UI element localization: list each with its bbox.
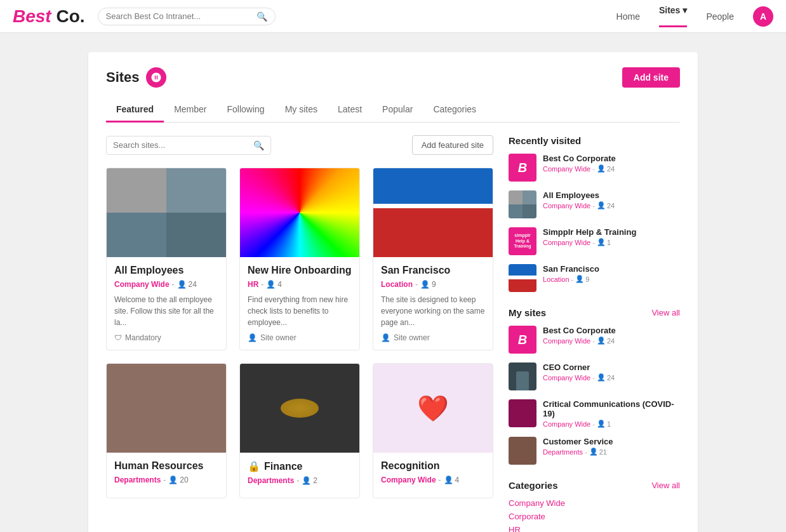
sites-title-area: Sites [106, 67, 166, 88]
site-thumb-b: B [509, 326, 536, 354]
sites-badge-icon [146, 67, 166, 88]
nav-sites[interactable]: Sites ▾ [659, 5, 687, 27]
site-card-footer: 🛡 Mandatory [114, 333, 218, 342]
site-card-title: Human Resources [114, 460, 218, 472]
logo[interactable]: Best Co. [13, 6, 85, 27]
main-layout: 🔍 Add featured site [106, 135, 680, 532]
tab-categories[interactable]: Categories [423, 98, 486, 123]
site-card-category: Location [381, 280, 413, 289]
nav-people[interactable]: People [706, 11, 734, 22]
logo-best: Best [13, 6, 51, 27]
person-icon: 👤 [597, 164, 606, 173]
site-thumb-b: B [509, 154, 536, 182]
site-thumb-ceo [509, 362, 536, 390]
add-featured-button[interactable]: Add featured site [412, 135, 493, 155]
sidebar-item-category: Company Wide [543, 374, 590, 382]
my-sites-section: My sites View all B Best Co Corporate Co… [509, 307, 680, 465]
site-card-finance[interactable]: 🔒 Finance Departments - 👤 2 [239, 363, 360, 498]
sites-search-bar[interactable]: 🔍 [106, 136, 271, 155]
site-card-new-hire[interactable]: New Hire Onboarding HR - 👤 4 Find everyt… [239, 168, 360, 350]
sidebar-item-content: Best Co Corporate Company Wide - 👤 24 [543, 154, 680, 173]
person-icon: 👤 [302, 476, 311, 485]
site-card-body: 🔒 Finance Departments - 👤 2 [240, 453, 359, 498]
sidebar-item-content: Best Co Corporate Company Wide - 👤 24 [543, 326, 680, 345]
nav-home[interactable]: Home [616, 11, 640, 22]
category-link-company-wide[interactable]: Company Wide [509, 498, 680, 508]
sidebar-item-title: CEO Corner [543, 362, 680, 372]
site-card-meta: Location - 👤 9 [381, 280, 485, 289]
tab-following[interactable]: Following [216, 98, 274, 123]
categories-header: Categories View all [509, 480, 680, 491]
site-card-image [107, 168, 226, 257]
person-icon: 👤 [597, 420, 606, 428]
sidebar-item-content: Customer Service Departments - 👤 21 [543, 437, 680, 456]
person-icon: 👤 [597, 373, 606, 382]
recently-visited-section: Recently visited B Best Co Corporate Com… [509, 135, 680, 292]
person-circle-icon: 👤 [248, 333, 257, 342]
site-card-footer: 👤 Site owner [381, 333, 485, 342]
categories-title: Categories [509, 480, 558, 491]
site-card-image [240, 364, 359, 453]
site-card-category: Company Wide [381, 475, 436, 484]
sidebar-item-meta: Company Wide - 👤 1 [543, 238, 680, 246]
categories-view-all[interactable]: View all [651, 481, 680, 490]
site-card-meta: Company Wide - 👤 4 [381, 475, 485, 484]
my-sites-item[interactable]: CEO Corner Company Wide - 👤 24 [509, 362, 680, 390]
recently-visited-item[interactable]: simpplrHelp & Training Simpplr Help & Tr… [509, 227, 680, 255]
site-card-body: Recognition Company Wide - 👤 4 [373, 453, 493, 497]
tab-latest[interactable]: Latest [328, 98, 372, 123]
site-card-meta: Departments - 👤 2 [248, 476, 352, 485]
sidebar-item-meta: Departments - 👤 21 [543, 448, 680, 456]
site-thumb-san-francisco [509, 264, 536, 292]
sidebar-item-meta: Company Wide - 👤 24 [543, 164, 680, 173]
site-card-title: Recognition [381, 460, 485, 472]
person-circle-icon: 👤 [381, 333, 390, 342]
my-sites-header: My sites View all [509, 307, 680, 318]
sidebar-item-count: 👤 24 [597, 201, 615, 209]
lock-icon: 🔒 [248, 460, 260, 472]
sites-header: Sites Add site [106, 67, 680, 88]
sidebar-item-content: Critical Communications (COVID-19) Compa… [543, 399, 680, 428]
add-site-button[interactable]: Add site [622, 67, 680, 88]
tab-member[interactable]: Member [164, 98, 216, 123]
sidebar-item-category: Company Wide [543, 420, 590, 428]
tab-featured[interactable]: Featured [106, 98, 164, 123]
tab-my-sites[interactable]: My sites [275, 98, 328, 123]
my-sites-item[interactable]: Customer Service Departments - 👤 21 [509, 437, 680, 465]
site-card-san-francisco[interactable]: San Francisco Location - 👤 9 The site is… [373, 168, 493, 350]
person-icon: 👤 [444, 475, 453, 484]
shield-icon: 🛡 [114, 333, 122, 342]
my-sites-item[interactable]: Critical Communications (COVID-19) Compa… [509, 399, 680, 428]
sites-grid: All Employees Company Wide - 👤 24 Welcom… [106, 168, 493, 498]
site-card-body: San Francisco Location - 👤 9 The site is… [373, 257, 493, 350]
site-card-recognition[interactable]: ❤️ Recognition Company Wide - 👤 4 [373, 363, 493, 498]
sidebar-item-category: Company Wide [543, 239, 590, 246]
site-card-all-employees[interactable]: All Employees Company Wide - 👤 24 Welcom… [106, 168, 227, 350]
sidebar-item-title: Simpplr Help & Training [543, 227, 680, 237]
site-card-title: 🔒 Finance [248, 460, 352, 472]
recently-visited-item[interactable]: All Employees Company Wide - 👤 24 [509, 190, 680, 218]
sites-main: 🔍 Add featured site [106, 135, 493, 532]
recently-visited-item[interactable]: B Best Co Corporate Company Wide - 👤 24 [509, 154, 680, 182]
sidebar-item-content: All Employees Company Wide - 👤 24 [543, 190, 680, 209]
site-card-human-resources[interactable]: Human Resources Departments - 👤 20 [106, 363, 227, 498]
site-card-members: 👤 9 [420, 280, 436, 289]
sidebar-item-meta: Company Wide - 👤 24 [543, 201, 680, 209]
global-search-input[interactable] [106, 11, 256, 21]
my-sites-item[interactable]: B Best Co Corporate Company Wide - 👤 24 [509, 326, 680, 354]
category-link-hr[interactable]: HR [509, 525, 680, 532]
recently-visited-header: Recently visited [509, 135, 680, 146]
recently-visited-title: Recently visited [509, 135, 581, 146]
site-card-title: New Hire Onboarding [248, 265, 352, 276]
sites-search-input[interactable] [113, 140, 253, 150]
tab-popular[interactable]: Popular [372, 98, 423, 123]
my-sites-view-all[interactable]: View all [651, 308, 680, 317]
category-link-corporate[interactable]: Corporate [509, 512, 680, 521]
avatar[interactable]: A [753, 6, 773, 27]
recently-visited-item[interactable]: San Francisco Location - 👤 9 [509, 264, 680, 292]
site-card-meta: Departments - 👤 20 [114, 475, 218, 484]
site-card-members: 👤 20 [168, 475, 188, 484]
sidebar-item-meta: Company Wide - 👤 1 [543, 420, 680, 428]
site-thumb-cs [509, 437, 536, 465]
global-search-bar[interactable]: 🔍 [98, 8, 276, 25]
